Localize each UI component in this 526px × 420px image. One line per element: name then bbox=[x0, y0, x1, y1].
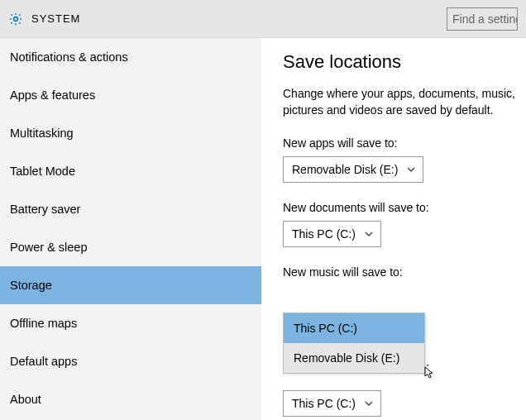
option-label: Removable Disk (E:) bbox=[294, 351, 399, 365]
sidebar-item-default-apps[interactable]: Default apps bbox=[0, 342, 261, 380]
sidebar-item-label: Storage bbox=[10, 279, 52, 292]
main-panel: Save locations Change where your apps, d… bbox=[261, 38, 526, 420]
dropdown-value: This PC (C:) bbox=[292, 227, 356, 241]
apps-save-dropdown[interactable]: Removable Disk (E:) bbox=[283, 156, 423, 183]
sidebar-item-storage[interactable]: Storage bbox=[0, 266, 261, 304]
sidebar-item-notifications[interactable]: Notifications & actions bbox=[0, 38, 261, 76]
sidebar-item-offline-maps[interactable]: Offline maps bbox=[0, 304, 261, 342]
svg-point-0 bbox=[14, 17, 18, 21]
sidebar-item-label: Battery saver bbox=[10, 203, 80, 216]
dropdown-value: This PC (C:) bbox=[292, 397, 356, 410]
dropdown-value: Removable Disk (E:) bbox=[292, 163, 398, 176]
mouse-cursor-icon bbox=[423, 366, 437, 379]
sidebar-item-label: Offline maps bbox=[10, 317, 77, 330]
sidebar: Notifications & actions Apps & features … bbox=[0, 38, 261, 420]
documents-save-dropdown[interactable]: This PC (C:) bbox=[283, 221, 381, 247]
content-area: Notifications & actions Apps & features … bbox=[0, 38, 526, 420]
sidebar-item-label: Apps & features bbox=[10, 88, 95, 102]
sidebar-item-label: Multitasking bbox=[10, 126, 74, 140]
search-input[interactable]: Find a setting bbox=[447, 7, 518, 31]
sidebar-item-label: Notifications & actions bbox=[10, 50, 128, 64]
apps-save-label: New apps will save to: bbox=[283, 136, 526, 150]
music-save-label: New music will save to: bbox=[283, 265, 526, 279]
sidebar-item-apps-features[interactable]: Apps & features bbox=[0, 76, 261, 114]
gear-icon bbox=[8, 12, 23, 26]
documents-save-label: New documents will save to: bbox=[283, 201, 526, 214]
sidebar-item-about[interactable]: About bbox=[0, 380, 261, 418]
page-description: Change where your apps, documents, music… bbox=[283, 86, 526, 118]
sidebar-item-label: Default apps bbox=[10, 355, 77, 368]
sidebar-item-label: About bbox=[10, 393, 41, 406]
music-save-dropdown-popup: This PC (C:) Removable Disk (E:) bbox=[283, 313, 425, 374]
chevron-down-icon bbox=[406, 165, 416, 174]
below-save-dropdown[interactable]: This PC (C:) bbox=[283, 390, 381, 417]
sidebar-item-label: Power & sleep bbox=[10, 241, 88, 254]
sidebar-item-power-sleep[interactable]: Power & sleep bbox=[0, 228, 261, 266]
page-title: Save locations bbox=[283, 51, 526, 73]
option-label: This PC (C:) bbox=[294, 322, 357, 335]
chevron-down-icon bbox=[364, 399, 374, 408]
dropdown-option-this-pc[interactable]: This PC (C:) bbox=[284, 313, 424, 343]
sidebar-item-tablet-mode[interactable]: Tablet Mode bbox=[0, 152, 261, 190]
chevron-down-icon bbox=[364, 229, 374, 239]
sidebar-item-multitasking[interactable]: Multitasking bbox=[0, 114, 261, 152]
dropdown-option-removable-disk[interactable]: Removable Disk (E:) bbox=[284, 343, 424, 373]
sidebar-item-battery-saver[interactable]: Battery saver bbox=[0, 190, 261, 228]
sidebar-item-label: Tablet Mode bbox=[10, 165, 75, 178]
header-bar: SYSTEM Find a setting bbox=[0, 0, 526, 38]
app-title: SYSTEM bbox=[31, 12, 80, 25]
